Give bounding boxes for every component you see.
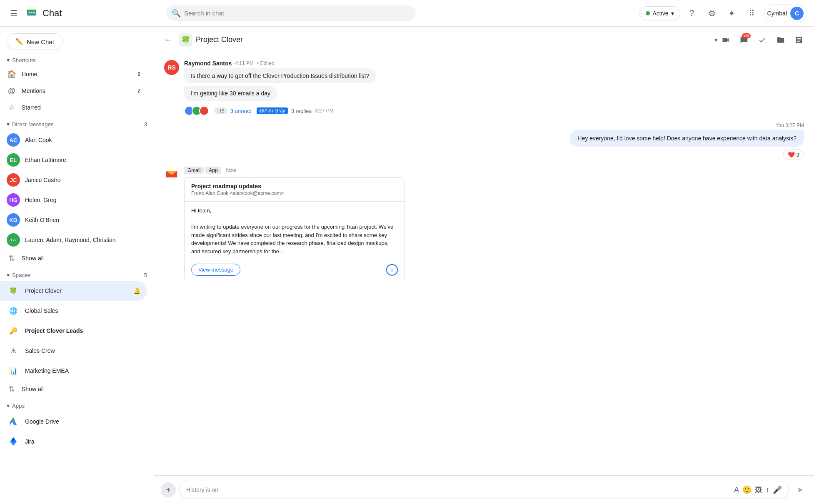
thread-avatar-3 [199, 106, 209, 116]
upload-icon[interactable]: ↑ [766, 486, 769, 494]
sidebar-item-marketing-emea[interactable]: 📊 Marketing EMEA [0, 361, 147, 381]
thread-plus-badge: +15 [214, 107, 227, 114]
new-chat-label: New Chat [27, 38, 54, 45]
back-button[interactable]: ← [161, 32, 176, 48]
google-drive-icon [7, 415, 20, 428]
message-raymond: RS Raymond Santos 4:11 PM • Edited Is th… [164, 60, 804, 116]
chat-area: ← 🍀 Project Clover ▾ 125 [154, 27, 814, 504]
info-icon[interactable]: i [386, 264, 398, 276]
starred-label: Starred [22, 104, 140, 111]
project-clover-leads-icon: 🔑 [7, 324, 20, 337]
message-input-box[interactable]: History is on A 🙂 🖼 ↑ 🎤 [179, 481, 789, 499]
raymond-bubble-2: I'm getting like 30 emails a day [184, 86, 277, 101]
thread-preview[interactable]: +15 3 unread @Ann Gray 3 replies 3:27 PM [184, 106, 804, 116]
reaction-count: 9 [797, 152, 799, 158]
apps-section-header[interactable]: ▾ Apps [0, 401, 154, 411]
settings-button[interactable]: ⚙ [704, 5, 720, 22]
gemini-button[interactable]: ✦ [724, 5, 740, 22]
raymond-sender: Raymond Santos [184, 60, 232, 67]
lauren-group-avatar: LA [7, 233, 20, 247]
gmail-tabs: Gmail App Now [184, 167, 804, 174]
global-sales-label: Global Sales [25, 307, 128, 314]
alan-cook-avatar: AC [7, 133, 20, 147]
raymond-meta: Raymond Santos 4:11 PM • Edited [184, 60, 804, 67]
input-actions: A 🙂 🖼 ↑ 🎤 [734, 485, 782, 494]
sidebar-item-home[interactable]: 🏠 Home 8 [0, 66, 147, 82]
google-drive-label: Google Drive [25, 418, 140, 425]
files-button[interactable] [772, 32, 789, 48]
project-clover-label: Project Clover [25, 287, 128, 294]
sidebar-show-all-spaces[interactable]: ⇅ Show all [0, 381, 147, 397]
sidebar-item-ethan-lattimore[interactable]: EL Ethan Lattimore 🔔 [0, 150, 147, 170]
reaction-heart[interactable]: ❤️ 9 [783, 149, 804, 160]
gmail-tab-now: Now [223, 167, 240, 174]
active-label: Active [652, 10, 668, 17]
janice-castro-avatar: JC [7, 173, 20, 187]
gmail-tab-app[interactable]: App [205, 167, 221, 174]
raymond-content: Raymond Santos 4:11 PM • Edited Is there… [184, 60, 804, 116]
mentions-badge: 2 [137, 88, 140, 94]
sidebar-item-starred[interactable]: ☆ Starred [0, 99, 147, 116]
view-message-button[interactable]: View message [191, 264, 240, 276]
helen-greg-label: Helen, Greg [25, 197, 140, 203]
sidebar-item-sales-crew[interactable]: ⚠ Sales Crew [0, 341, 147, 361]
raymond-avatar: RS [164, 60, 179, 75]
active-dot [646, 11, 650, 15]
sidebar: ✏️ New Chat ▾ Shortcuts 🏠 Home 8 @ Menti… [0, 27, 154, 504]
active-status-button[interactable]: Active ▾ [639, 6, 680, 20]
sidebar-item-lauren-group[interactable]: LA Lauren, Adam, Raymond, Christian [0, 230, 147, 250]
new-chat-icon: ✏️ [15, 38, 23, 45]
ethan-lattimore-avatar: EL [7, 153, 20, 167]
send-button[interactable]: ➤ [792, 482, 807, 497]
sidebar-item-project-clover-leads[interactable]: 🔑 Project Clover Leads 🔔 [0, 321, 147, 341]
dm-section-header[interactable]: ▾ Direct Messages 3 [0, 119, 154, 129]
menu-icon[interactable]: ☰ [7, 5, 21, 22]
help-button[interactable]: ? [684, 5, 700, 22]
dm-label: Direct Messages [12, 121, 54, 127]
pin-icon: 🔔 [133, 287, 140, 294]
jira-icon [7, 435, 20, 448]
marketing-emea-label: Marketing EMEA [25, 367, 140, 374]
spaces-badge: 5 [144, 272, 147, 278]
emoji-icon[interactable]: 🙂 [742, 485, 752, 494]
gmail-tab-gmail[interactable]: Gmail [184, 167, 204, 174]
user-profile-button[interactable]: Cymbal C [764, 5, 807, 22]
sidebar-item-google-drive[interactable]: Google Drive [0, 412, 147, 432]
search-bar[interactable]: 🔍 [166, 5, 416, 21]
search-input[interactable] [166, 5, 416, 21]
thread-time: 3:27 PM [315, 108, 334, 114]
gmail-subject: Project roadmap updates [191, 183, 398, 190]
shortcuts-section-header[interactable]: ▾ Shortcuts [0, 55, 154, 65]
add-button[interactable]: + [161, 482, 176, 497]
chat-logo [24, 6, 39, 21]
more-button[interactable] [791, 32, 807, 48]
sidebar-item-global-sales[interactable]: 🌐 Global Sales 🔔 [0, 301, 147, 321]
threads-button[interactable]: 125 [736, 32, 752, 48]
messages-container: RS Raymond Santos 4:11 PM • Edited Is th… [154, 53, 814, 475]
sidebar-item-janice-castro[interactable]: JC Janice Castro 🔔 [0, 170, 147, 190]
video-button[interactable] [717, 32, 734, 48]
tasks-button[interactable] [754, 32, 771, 48]
image-icon[interactable]: 🖼 [755, 486, 762, 494]
sidebar-item-keith-obrien[interactable]: KO Keith O'Brien [0, 210, 147, 230]
thread-avatars [184, 106, 207, 116]
message-input-row: + History is on A 🙂 🖼 ↑ 🎤 ➤ [161, 481, 807, 499]
sidebar-item-mentions[interactable]: @ Mentions 2 [0, 82, 147, 99]
sidebar-item-alan-cook[interactable]: AC Alan Cook 🔔 [0, 130, 147, 150]
text-format-icon[interactable]: A [734, 486, 739, 494]
apps-button[interactable]: ⠿ [744, 5, 760, 22]
keith-obrien-avatar: KO [7, 213, 20, 227]
chat-title[interactable]: Project Clover [196, 35, 713, 44]
sidebar-item-project-clover[interactable]: 🍀 Project Clover 🔔 [0, 281, 147, 301]
alan-cook-label: Alan Cook [25, 137, 128, 143]
spaces-section-header[interactable]: ▾ Spaces 5 [0, 270, 154, 280]
gmail-card-wrapper: Gmail App Now Project roadmap updates Fr… [164, 167, 804, 281]
show-all-dm-label: Show all [22, 255, 140, 262]
sidebar-item-jira[interactable]: Jira [0, 432, 147, 452]
jira-label: Jira [25, 438, 140, 445]
sidebar-item-helen-greg[interactable]: HG Helen, Greg [0, 190, 147, 210]
chat-title-dropdown-icon[interactable]: ▾ [714, 37, 717, 43]
microphone-icon[interactable]: 🎤 [773, 485, 782, 494]
sidebar-show-all-dm[interactable]: ⇅ Show all [0, 250, 147, 267]
new-chat-button[interactable]: ✏️ New Chat [7, 33, 63, 50]
